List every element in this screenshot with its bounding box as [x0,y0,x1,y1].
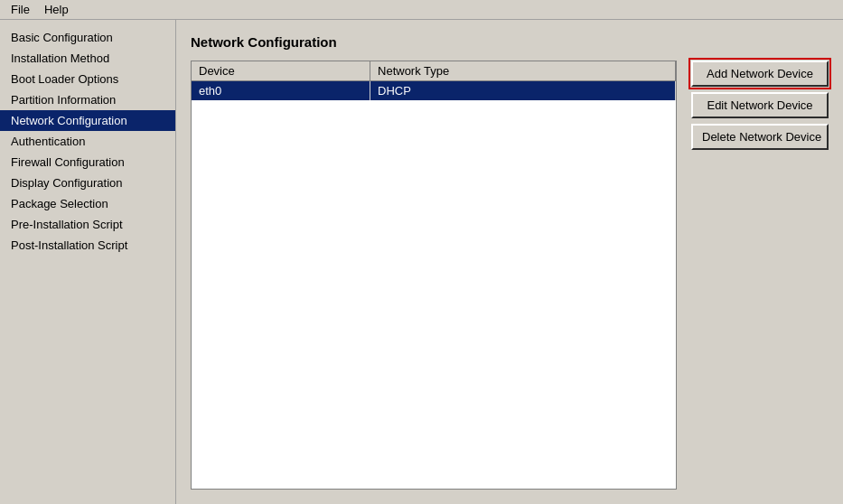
sidebar-item-network-configuration[interactable]: Network Configuration [0,110,175,131]
sidebar-item-package-selection[interactable]: Package Selection [0,193,175,214]
sidebar-item-boot-loader-options[interactable]: Boot Loader Options [0,69,175,89]
sidebar-item-installation-method[interactable]: Installation Method [0,48,175,69]
col-network-type: Network Type [370,61,676,81]
add-network-device-button[interactable]: Add Network Device [691,61,829,87]
edit-network-device-button[interactable]: Edit Network Device [691,92,829,118]
col-device: Device [192,61,370,81]
content-area: Network Configuration Device Network Typ… [176,20,843,504]
buttons-panel: Add Network Device Edit Network Device D… [684,61,829,490]
sidebar-item-firewall-configuration[interactable]: Firewall Configuration [0,152,175,173]
sidebar-item-post-installation-script[interactable]: Post-Installation Script [0,235,175,256]
sidebar-item-partition-information[interactable]: Partition Information [0,89,175,110]
sidebar-item-basic-configuration[interactable]: Basic Configuration [0,27,175,48]
delete-network-device-button[interactable]: Delete Network Device [691,124,829,150]
sidebar-item-authentication[interactable]: Authentication [0,131,175,152]
network-table: Device Network Type eth0 DHCP [192,61,676,100]
table-row[interactable]: eth0 DHCP [192,81,676,101]
menu-help[interactable]: Help [37,1,76,18]
sidebar-item-display-configuration[interactable]: Display Configuration [0,173,175,193]
main-container: Basic Configuration Installation Method … [0,20,843,504]
content-inner: Device Network Type eth0 DHCP [191,61,829,490]
sidebar: Basic Configuration Installation Method … [0,20,176,504]
menu-file[interactable]: File [4,1,37,18]
cell-network-type: DHCP [370,81,676,101]
network-table-container: Device Network Type eth0 DHCP [191,61,677,490]
page-title: Network Configuration [191,34,829,50]
sidebar-item-pre-installation-script[interactable]: Pre-Installation Script [0,214,175,235]
table-panel: Device Network Type eth0 DHCP [191,61,684,490]
cell-device: eth0 [192,81,370,101]
menubar: File Help [0,0,843,20]
